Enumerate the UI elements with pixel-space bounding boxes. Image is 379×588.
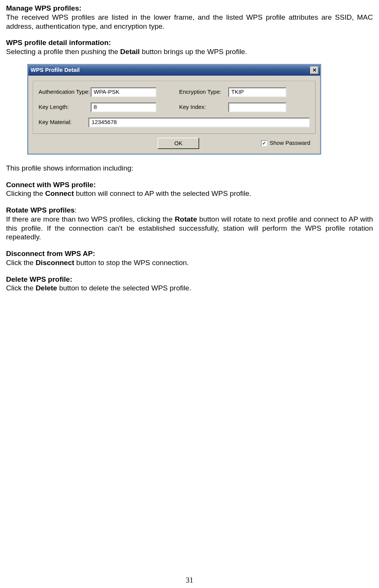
heading-rotate-line: Rotate WPS profiles: <box>6 206 373 215</box>
label-key-length: Key Length: <box>39 104 91 111</box>
heading-connect: Connect with WPS profile: <box>6 180 373 189</box>
ok-button[interactable]: OK <box>158 138 199 149</box>
wps-profile-detail-dialog: WPS Profile Detail ✕ Authentication Type… <box>27 64 321 155</box>
body-detail-bold: Detail <box>120 48 140 56</box>
show-password-label: Show Passward <box>269 140 310 147</box>
heading-rotate-colon: : <box>75 206 77 214</box>
body-detail-pre: Selecting a profile then pushing the <box>6 48 120 56</box>
field-key-index[interactable] <box>228 102 286 112</box>
page-number: 31 <box>0 576 379 585</box>
body-connect-post: button will connect to AP with the selec… <box>74 189 252 197</box>
heading-detail: WPS profile detail information: <box>6 38 373 47</box>
body-connect-bold: Connect <box>45 189 74 197</box>
show-password-checkbox[interactable]: ✓ <box>261 140 267 146</box>
body-detail: Selecting a profile then pushing the Det… <box>6 47 373 56</box>
body-detail-post: button brings up the WPS profile. <box>140 48 247 56</box>
heading-manage: Manage WPS profiles: <box>6 4 373 13</box>
dialog-title: WPS Profile Detail <box>31 67 310 74</box>
heading-disconnect: Disconnect from WPS AP: <box>6 249 373 258</box>
body-connect: Clicking the Connect button will connect… <box>6 189 373 198</box>
body-disconnect-pre: Click the <box>6 259 36 267</box>
after-dialog-text: This profile shows information including… <box>6 164 373 173</box>
body-rotate: If there are more than two WPS profiles,… <box>6 215 373 242</box>
close-icon: ✕ <box>312 67 317 73</box>
body-disconnect-post: button to stop the WPS connection. <box>74 259 189 267</box>
field-key-length[interactable]: 8 <box>91 102 156 112</box>
field-key-material[interactable]: 12345678 <box>88 118 310 127</box>
close-button[interactable]: ✕ <box>310 67 319 74</box>
dialog-groupbox: Authentication Type: WPA-PSK Encryption … <box>33 81 316 134</box>
body-rotate-bold: Rotate <box>175 215 197 223</box>
label-auth-type: Authentication Type: <box>39 88 91 96</box>
body-delete: Click the Delete button to delete the se… <box>6 284 373 293</box>
heading-delete: Delete WPS profile: <box>6 275 373 284</box>
label-key-material: Key Material: <box>39 119 88 126</box>
body-disconnect-bold: Disconnect <box>36 259 74 267</box>
body-disconnect: Click the Disconnect button to stop the … <box>6 258 373 267</box>
body-delete-pre: Click the <box>6 284 36 292</box>
body-rotate-pre: If there are more than two WPS profiles,… <box>6 215 175 223</box>
body-delete-post: button to delete the selected WPS profil… <box>57 284 191 292</box>
body-manage: The received WPS profiles are listed in … <box>6 13 373 31</box>
field-encryption-type[interactable]: TKIP <box>228 87 286 97</box>
heading-rotate: Rotate WPS profiles <box>6 206 75 214</box>
body-delete-bold: Delete <box>36 284 57 292</box>
body-connect-pre: Clicking the <box>6 189 45 197</box>
label-encryption-type: Encryption Type: <box>179 88 228 96</box>
label-key-index: Key Index: <box>179 104 228 111</box>
field-auth-type[interactable]: WPA-PSK <box>91 87 156 97</box>
dialog-titlebar: WPS Profile Detail ✕ <box>28 65 320 76</box>
